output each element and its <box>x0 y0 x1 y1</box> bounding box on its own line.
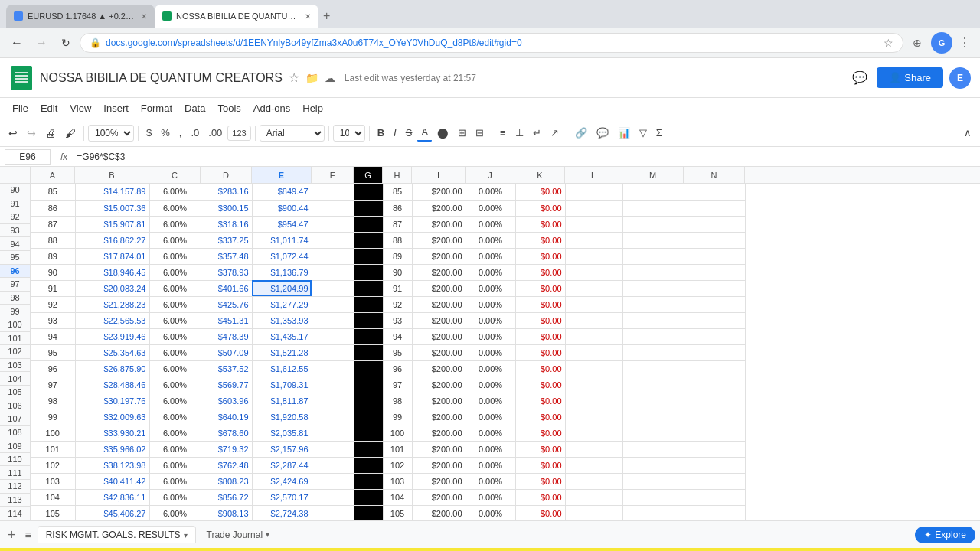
grid-cell[interactable] <box>354 489 383 505</box>
grid-cell[interactable]: 6.00% <box>149 280 201 296</box>
grid-cell[interactable]: 0.00% <box>466 441 515 457</box>
grid-cell[interactable]: $2,424.69 <box>252 473 312 489</box>
grid-cell[interactable]: 6.00% <box>149 184 201 200</box>
col-header-m[interactable]: M <box>622 167 684 183</box>
reload-button[interactable]: ↻ <box>55 32 77 54</box>
grid-cell[interactable]: 6.00% <box>149 457 201 473</box>
grid-cell[interactable]: $0.00 <box>515 489 565 505</box>
grid-cell[interactable]: $603.96 <box>201 393 252 409</box>
grid-cell[interactable] <box>565 184 622 200</box>
font-select[interactable]: Arial <box>260 125 325 142</box>
grid-cell[interactable] <box>565 312 622 328</box>
grid-cell[interactable]: $200.00 <box>412 312 466 328</box>
menu-file[interactable]: File <box>6 100 34 116</box>
link-button[interactable]: 🔗 <box>571 125 591 141</box>
new-tab-button[interactable]: + <box>318 8 335 24</box>
grid-cell[interactable]: 6.00% <box>149 264 201 280</box>
grid-cell[interactable] <box>684 377 745 393</box>
grid-cell[interactable]: $14,157.89 <box>75 184 149 200</box>
col-header-h[interactable]: H <box>383 167 412 183</box>
redo-button[interactable]: ↪ <box>23 125 40 142</box>
grid-cell[interactable] <box>565 344 622 360</box>
grid-cell[interactable] <box>312 280 354 296</box>
wrap-button[interactable]: ↵ <box>529 125 545 141</box>
grid-cell[interactable]: $38,123.98 <box>75 457 149 473</box>
grid-cell[interactable]: 90 <box>31 264 75 280</box>
grid-cell[interactable] <box>622 216 684 232</box>
grid-cell[interactable] <box>684 280 745 296</box>
grid-cell[interactable]: 0.00% <box>466 184 515 200</box>
tab-active-close[interactable]: ✕ <box>305 12 311 21</box>
profile-button[interactable]: G <box>931 32 952 54</box>
grid-cell[interactable]: $507.09 <box>201 344 252 360</box>
grid-cell[interactable] <box>354 328 383 344</box>
folder-icon[interactable]: 📁 <box>305 72 318 84</box>
grid-cell[interactable]: $15,007.36 <box>75 200 149 216</box>
grid-cell[interactable] <box>312 264 354 280</box>
grid-cell[interactable]: 6.00% <box>149 377 201 393</box>
grid-cell[interactable] <box>565 489 622 505</box>
grid-cell[interactable] <box>622 184 684 200</box>
grid-cell[interactable] <box>622 264 684 280</box>
grid-cell[interactable]: 100 <box>383 425 412 441</box>
grid-cell[interactable] <box>684 360 745 377</box>
grid-cell[interactable] <box>565 328 622 344</box>
grid-cell[interactable]: $200.00 <box>412 280 466 296</box>
comment-button[interactable]: 💬 <box>593 125 612 141</box>
grid-cell[interactable] <box>312 377 354 393</box>
star-icon[interactable]: ☆ <box>884 37 893 49</box>
grid-cell[interactable]: 0.00% <box>466 328 515 344</box>
grid-cell[interactable] <box>312 409 354 425</box>
grid-cell[interactable]: $678.60 <box>201 425 252 441</box>
grid-cell[interactable]: $200.00 <box>412 264 466 280</box>
grid-cell[interactable]: $200.00 <box>412 216 466 232</box>
grid-cell[interactable] <box>354 280 383 296</box>
grid-cell[interactable]: $200.00 <box>412 200 466 216</box>
fill-color-button[interactable]: ⬤ <box>433 125 452 141</box>
sheet-tab-active-dropdown[interactable]: ▾ <box>184 531 188 540</box>
grid-cell[interactable]: 6.00% <box>149 489 201 505</box>
grid-cell[interactable] <box>312 184 354 200</box>
grid-cell[interactable] <box>354 216 383 232</box>
grid-cell[interactable]: $401.66 <box>201 280 252 296</box>
filter-button[interactable]: ▽ <box>635 125 651 141</box>
grid-cell[interactable]: $17,874.01 <box>75 248 149 264</box>
grid-cell[interactable]: $2,724.38 <box>252 505 312 520</box>
col-header-c[interactable]: C <box>149 167 201 183</box>
text-color-button[interactable]: A <box>417 124 432 142</box>
grid-cell[interactable]: $0.00 <box>515 457 565 473</box>
grid-cell[interactable] <box>622 393 684 409</box>
grid-cell[interactable]: $378.93 <box>201 264 252 280</box>
grid-cell[interactable]: 6.00% <box>149 232 201 248</box>
grid-cell[interactable]: 103 <box>31 473 75 489</box>
grid-cell[interactable]: $0.00 <box>515 425 565 441</box>
grid-cell[interactable]: 89 <box>383 248 412 264</box>
grid-cell[interactable]: $0.00 <box>515 377 565 393</box>
formula-input[interactable] <box>74 152 975 162</box>
grid-cell[interactable]: $337.25 <box>201 232 252 248</box>
grid-cell[interactable] <box>622 360 684 377</box>
grid-cell[interactable] <box>565 441 622 457</box>
grid-cell[interactable]: $1,709.31 <box>252 377 312 393</box>
align-left-button[interactable]: ≡ <box>496 125 510 141</box>
grid-cell[interactable]: 85 <box>31 184 75 200</box>
grid-cell[interactable]: 6.00% <box>149 344 201 360</box>
grid-cell[interactable]: 0.00% <box>466 377 515 393</box>
grid-cell[interactable]: $537.52 <box>201 360 252 377</box>
grid-cell[interactable]: 6.00% <box>149 328 201 344</box>
grid-cell[interactable]: 0.00% <box>466 360 515 377</box>
grid-cell[interactable]: $954.47 <box>252 216 312 232</box>
col-header-f[interactable]: F <box>312 167 354 183</box>
grid-cell[interactable]: 91 <box>383 280 412 296</box>
grid-cell[interactable]: $0.00 <box>515 232 565 248</box>
back-button[interactable]: ← <box>6 32 28 54</box>
tab-inactive-close[interactable]: ✕ <box>141 12 147 21</box>
tab-active[interactable]: NOSSA BIBILIA DE QUANTUM C... ✕ <box>155 5 318 28</box>
grid-cell[interactable] <box>684 457 745 473</box>
grid-cell[interactable] <box>684 425 745 441</box>
grid-cell[interactable]: 0.00% <box>466 296 515 312</box>
grid-cell[interactable] <box>684 473 745 489</box>
grid-cell[interactable] <box>684 264 745 280</box>
sheet-tab-inactive-dropdown[interactable]: ▾ <box>266 530 270 539</box>
grid-cell[interactable]: $0.00 <box>515 200 565 216</box>
